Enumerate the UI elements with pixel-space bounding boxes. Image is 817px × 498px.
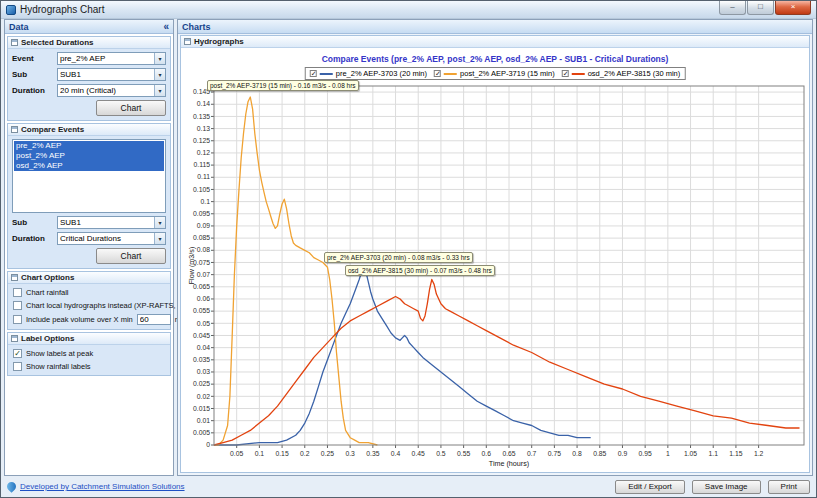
chart-options-section: Chart Options Chart rainfall Chart local… (7, 271, 171, 330)
compare-events-header[interactable]: Compare Events (8, 124, 170, 136)
window-title: Hydrographs Chart (20, 4, 104, 15)
compare-events-list-item[interactable]: post_2% AEP (14, 151, 164, 161)
svg-text:0.85: 0.85 (593, 450, 606, 457)
compare-duration-label: Duration (12, 234, 54, 243)
x-axis-title: Time (hours) (489, 459, 529, 468)
svg-text:0.5: 0.5 (436, 450, 446, 457)
chart-area: Compare Events (pre_2% AEP, post_2% AEP,… (181, 49, 809, 472)
selected-durations-section: Selected Durations Event pre_2% AEP ▾ Su… (7, 36, 171, 121)
hydrographs-group-title: Hydrographs (194, 37, 244, 46)
chart-options-title: Chart Options (21, 273, 74, 282)
svg-text:0.4: 0.4 (391, 450, 401, 457)
svg-text:1.2: 1.2 (754, 450, 764, 457)
sub-dropdown[interactable]: SUB1 ▾ (57, 68, 166, 81)
chart-rainfall-label: Chart rainfall (26, 288, 69, 297)
peak-volume-label: Include peak volume over X min (26, 315, 133, 324)
section-collapse-icon[interactable] (11, 126, 18, 133)
hydrographs-group-header[interactable]: Hydrographs (181, 36, 809, 48)
svg-text:1.05: 1.05 (684, 450, 697, 457)
event-label: Event (12, 54, 54, 63)
svg-text:0.05: 0.05 (230, 450, 243, 457)
svg-text:0.02: 0.02 (197, 393, 210, 400)
chart-button-compare[interactable]: Chart (96, 248, 166, 264)
footer-bar: Developed by Catchment Simulation Soluti… (1, 476, 816, 497)
close-button[interactable]: × (775, 1, 811, 15)
dropdown-arrow-icon[interactable]: ▾ (154, 69, 165, 80)
svg-text:0.115: 0.115 (193, 161, 210, 168)
svg-text:0.04: 0.04 (197, 344, 210, 351)
svg-text:0.03: 0.03 (197, 368, 210, 375)
edit-export-button[interactable]: Edit / Export (615, 480, 685, 494)
svg-text:0.3: 0.3 (345, 450, 355, 457)
peak-volume-input[interactable] (137, 314, 171, 325)
svg-text:0.135: 0.135 (193, 113, 210, 120)
chart-rainfall-checkbox[interactable] (13, 288, 22, 297)
svg-text:0.15: 0.15 (275, 450, 288, 457)
dropdown-arrow-icon[interactable]: ▾ (154, 217, 165, 228)
event-value: pre_2% AEP (60, 54, 105, 63)
svg-text:0.01: 0.01 (197, 417, 210, 424)
local-hydrographs-checkbox[interactable] (13, 301, 22, 310)
svg-text:0.35: 0.35 (366, 450, 379, 457)
charts-panel-title: Charts (182, 22, 211, 32)
hydrographs-group: Hydrographs Compare Events (pre_2% AEP, … (180, 35, 810, 473)
event-dropdown[interactable]: pre_2% AEP ▾ (57, 52, 166, 65)
svg-text:0.09: 0.09 (197, 222, 210, 229)
label-options-header[interactable]: Label Options (8, 333, 170, 345)
svg-text:0: 0 (206, 441, 210, 448)
print-button[interactable]: Print (768, 480, 810, 494)
svg-text:0.05: 0.05 (197, 320, 210, 327)
compare-events-title: Compare Events (21, 125, 84, 134)
compare-duration-value: Critical Durations (60, 234, 121, 243)
svg-text:0.75: 0.75 (548, 450, 561, 457)
svg-text:0.085: 0.085 (193, 234, 210, 241)
label-options-section: Label Options ✓ Show labels at peak Show… (7, 332, 171, 376)
save-image-button[interactable]: Save Image (692, 480, 761, 494)
collapse-panel-icon[interactable]: « (163, 22, 169, 32)
chart-button-selected[interactable]: Chart (96, 100, 166, 116)
label-options-title: Label Options (21, 334, 74, 343)
labels-at-peak-checkbox[interactable]: ✓ (13, 349, 22, 358)
svg-text:1.1: 1.1 (709, 450, 719, 457)
footer-buttons: Edit / Export Save Image Print (615, 480, 810, 494)
svg-text:0.25: 0.25 (321, 450, 334, 457)
svg-text:0.6: 0.6 (482, 450, 492, 457)
svg-text:0.11: 0.11 (197, 173, 210, 180)
svg-text:0.45: 0.45 (412, 450, 425, 457)
svg-text:0.105: 0.105 (193, 186, 210, 193)
compare-events-section: Compare Events pre_2% AEPpost_2% AEPosd_… (7, 123, 171, 269)
section-collapse-icon[interactable] (184, 38, 191, 45)
section-collapse-icon[interactable] (11, 39, 18, 46)
svg-text:0.025: 0.025 (193, 380, 210, 387)
dropdown-arrow-icon[interactable]: ▾ (154, 233, 165, 244)
svg-text:0.12: 0.12 (197, 149, 210, 156)
charts-panel-header: Charts (178, 20, 812, 34)
compare-events-list[interactable]: pre_2% AEPpost_2% AEPosd_2% AEP (12, 139, 166, 213)
dropdown-arrow-icon[interactable]: ▾ (154, 85, 165, 96)
duration-dropdown[interactable]: 20 min (Critical) ▾ (57, 84, 166, 97)
main-area: Data « Selected Durations Event pre_2% A… (1, 19, 816, 476)
compare-events-list-item[interactable]: osd_2% AEP (14, 161, 164, 171)
section-collapse-icon[interactable] (11, 335, 18, 342)
rainfall-labels-label: Show rainfall labels (26, 362, 91, 371)
compare-duration-dropdown[interactable]: Critical Durations ▾ (57, 232, 166, 245)
maximize-button[interactable]: □ (747, 1, 774, 15)
titlebar[interactable]: Hydrographs Chart – □ × (1, 1, 816, 19)
rainfall-labels-checkbox[interactable] (13, 362, 22, 371)
chart-options-header[interactable]: Chart Options (8, 272, 170, 284)
peak-volume-checkbox[interactable] (13, 315, 22, 324)
selected-durations-header[interactable]: Selected Durations (8, 37, 170, 49)
data-panel-title: Data (9, 22, 29, 32)
svg-text:0.035: 0.035 (193, 356, 210, 363)
minimize-button[interactable]: – (719, 1, 746, 15)
dropdown-arrow-icon[interactable]: ▾ (154, 53, 165, 64)
compare-sub-dropdown[interactable]: SUB1 ▾ (57, 216, 166, 229)
svg-text:0.08: 0.08 (197, 246, 210, 253)
section-collapse-icon[interactable] (11, 274, 18, 281)
svg-text:0.06: 0.06 (197, 295, 210, 302)
compare-sub-label: Sub (12, 218, 54, 227)
compare-events-list-item[interactable]: pre_2% AEP (14, 141, 164, 151)
credit-link[interactable]: Developed by Catchment Simulation Soluti… (20, 482, 185, 491)
svg-text:0.7: 0.7 (527, 450, 537, 457)
svg-text:1.15: 1.15 (729, 450, 742, 457)
